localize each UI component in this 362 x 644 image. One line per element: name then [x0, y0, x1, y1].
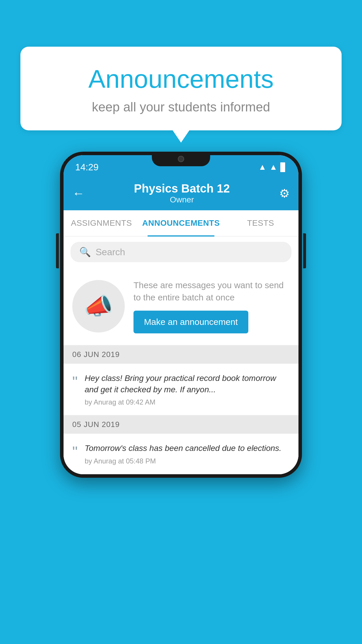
search-bar: 🔍 Search: [64, 237, 298, 267]
wifi-icon: ▲: [259, 162, 267, 172]
app-bar-title: Physics Batch 12: [134, 182, 230, 195]
cta-description: These are messages you want to send to t…: [133, 279, 290, 304]
app-bar-center: Physics Batch 12 Owner: [134, 182, 230, 204]
tab-tests[interactable]: TESTS: [223, 210, 298, 236]
search-placeholder: Search: [96, 247, 125, 258]
tab-announcements[interactable]: ANNOUNCEMENTS: [139, 210, 223, 236]
app-bar: ← Physics Batch 12 Owner ⚙: [64, 176, 298, 210]
settings-button[interactable]: ⚙: [279, 187, 290, 200]
quote-icon-1: ": [72, 374, 78, 389]
date-section-1: 06 JUN 2019: [64, 345, 298, 364]
phone-screen: 14:29 ▲ ▲ ▊ ← Physics Batch 12 Owner ⚙: [64, 155, 298, 474]
phone: 14:29 ▲ ▲ ▊ ← Physics Batch 12 Owner ⚙: [60, 152, 302, 478]
phone-camera: [178, 156, 184, 162]
message-content-2: Tomorrow's class has been cancelled due …: [85, 442, 290, 465]
announcement-cta: 📣 These are messages you want to send to…: [64, 267, 298, 345]
status-time: 14:29: [75, 162, 99, 173]
back-button[interactable]: ←: [72, 186, 85, 200]
message-item-2[interactable]: " Tomorrow's class has been cancelled du…: [64, 434, 298, 474]
megaphone-circle: 📣: [72, 280, 125, 332]
search-icon: 🔍: [79, 246, 91, 258]
speech-bubble: Announcements keep all your students inf…: [20, 47, 342, 130]
phone-container: 14:29 ▲ ▲ ▊ ← Physics Batch 12 Owner ⚙: [60, 152, 302, 478]
tab-assignments[interactable]: ASSIGNMENTS: [64, 210, 139, 236]
make-announcement-button[interactable]: Make an announcement: [133, 311, 248, 333]
content-area: 🔍 Search 📣 These are messages you want t…: [64, 237, 298, 474]
app-bar-subtitle: Owner: [134, 195, 230, 204]
speech-bubble-container: Announcements keep all your students inf…: [20, 47, 342, 130]
message-text-1: Hey class! Bring your practical record b…: [85, 372, 290, 395]
cta-right: These are messages you want to send to t…: [133, 279, 290, 333]
signal-icon: ▲: [269, 162, 277, 172]
speech-bubble-subtitle: keep all your students informed: [35, 100, 327, 114]
message-author-2: by Anurag at 05:48 PM: [85, 457, 290, 465]
battery-icon: ▊: [280, 162, 287, 172]
megaphone-icon: 📣: [84, 293, 113, 320]
quote-icon-2: ": [72, 444, 78, 459]
date-label-1: 06 JUN 2019: [72, 350, 120, 359]
speech-bubble-title: Announcements: [35, 64, 327, 94]
message-content-1: Hey class! Bring your practical record b…: [85, 372, 290, 406]
phone-notch: [152, 152, 210, 166]
tabs: ASSIGNMENTS ANNOUNCEMENTS TESTS: [64, 210, 298, 237]
date-section-2: 05 JUN 2019: [64, 415, 298, 434]
message-text-2: Tomorrow's class has been cancelled due …: [85, 442, 290, 454]
status-icons: ▲ ▲ ▊: [259, 162, 287, 172]
date-label-2: 05 JUN 2019: [72, 420, 120, 429]
message-author-1: by Anurag at 09:42 AM: [85, 398, 290, 406]
search-input[interactable]: 🔍 Search: [71, 242, 291, 262]
message-item-1[interactable]: " Hey class! Bring your practical record…: [64, 364, 298, 415]
